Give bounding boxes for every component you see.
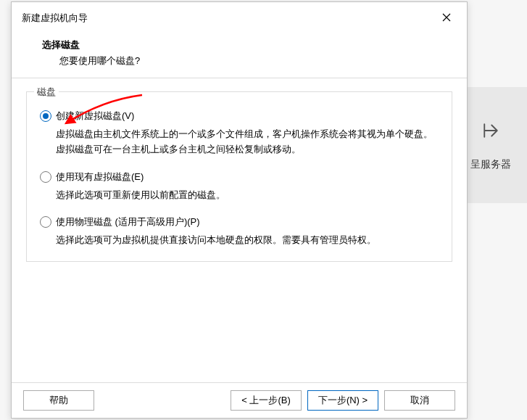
dialog-title: 新建虚拟机向导 [22,12,88,25]
option-label: 创建新虚拟磁盘(V) [56,110,134,123]
next-button[interactable]: 下一步(N) > [307,390,378,411]
option-create-new-disk: 创建新虚拟磁盘(V) 虚拟磁盘由主机文件系统上的一个或多个文件组成，客户机操作系… [40,110,439,157]
close-button[interactable] [433,8,460,28]
radio-create-new-disk[interactable] [40,110,51,122]
arrow-right-icon [480,120,502,144]
back-button[interactable]: < 上一步(B) [231,390,302,411]
fieldset-legend: 磁盘 [34,86,59,99]
option-use-existing-disk: 使用现有虚拟磁盘(E) 选择此选项可重新使用以前配置的磁盘。 [40,170,439,203]
cancel-button[interactable]: 取消 [384,390,455,411]
option-label: 使用现有虚拟磁盘(E) [56,170,144,184]
radio-use-physical-disk[interactable] [40,216,51,228]
wizard-dialog: 新建虚拟机向导 选择磁盘 您要使用哪个磁盘? 磁盘 创建新虚 [11,1,468,419]
option-row[interactable]: 使用物理磁盘 (适用于高级用户)(P) [40,215,439,228]
header-subtitle: 您要使用哪个磁盘? [42,54,445,67]
close-icon [442,12,451,25]
dialog-footer: 帮助 < 上一步(B) 下一步(N) > 取消 [12,382,467,418]
titlebar: 新建虚拟机向导 [12,2,467,33]
option-description: 选择此选项可重新使用以前配置的磁盘。 [40,188,439,203]
background-label: 呈服务器 [470,158,511,171]
disk-fieldset: 磁盘 创建新虚拟磁盘(V) 虚拟磁盘由主机文件系统上的一个或多个文件组成，客户机… [26,91,452,262]
option-use-physical-disk: 使用物理磁盘 (适用于高级用户)(P) 选择此选项可为虚拟机提供直接访问本地硬盘… [40,215,439,248]
dialog-header: 选择磁盘 您要使用哪个磁盘? [12,33,467,78]
option-label: 使用物理磁盘 (适用于高级用户)(P) [56,215,200,228]
option-row[interactable]: 创建新虚拟磁盘(V) [40,110,439,123]
option-row[interactable]: 使用现有虚拟磁盘(E) [40,170,439,184]
help-button[interactable]: 帮助 [23,390,94,411]
option-description: 选择此选项可为虚拟机提供直接访问本地硬盘的权限。需要具有管理员特权。 [40,233,439,248]
dialog-content: 磁盘 创建新虚拟磁盘(V) 虚拟磁盘由主机文件系统上的一个或多个文件组成，客户机… [12,78,467,382]
header-title: 选择磁盘 [42,38,445,52]
radio-use-existing-disk[interactable] [40,171,51,183]
option-description: 虚拟磁盘由主机文件系统上的一个或多个文件组成，客户机操作系统会将其视为单个硬盘。… [40,127,439,157]
